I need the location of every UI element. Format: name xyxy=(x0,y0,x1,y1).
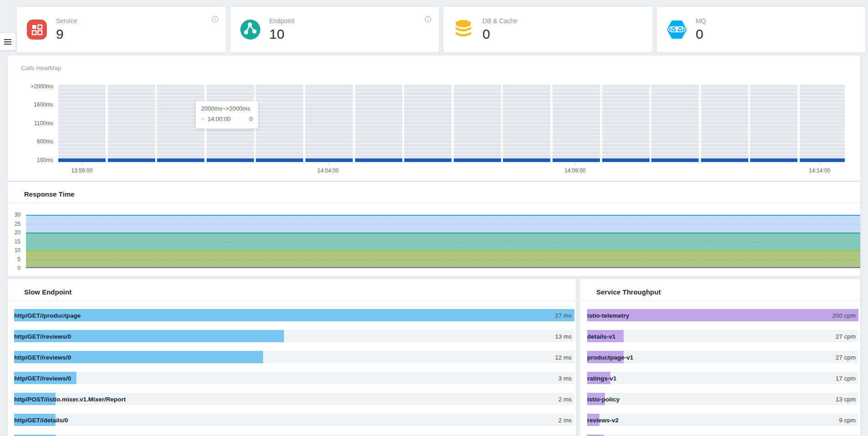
heatmap-row[interactable] xyxy=(58,147,845,151)
endpoint-row[interactable]: http/GET//reviews/0 13 ms xyxy=(14,330,574,342)
card-label: Endpoint xyxy=(269,17,294,25)
heatmap-row[interactable] xyxy=(58,132,845,136)
y-tick: 5 xyxy=(8,256,20,263)
service-row[interactable]: reviews-v2 9 cpm xyxy=(587,414,858,426)
response-y-axis: 30 25 20 15 10 5 0 xyxy=(8,215,23,268)
info-icon[interactable] xyxy=(425,16,431,23)
service-label: productpage-v1 xyxy=(587,354,633,360)
heatmap-row[interactable] xyxy=(58,118,845,121)
response-time-chart[interactable] xyxy=(26,215,860,268)
service-label: istio-policy xyxy=(587,395,619,402)
service-label: reviews-v2 xyxy=(587,416,619,423)
y-tick: 15 xyxy=(8,238,20,245)
y-tick: 100ms xyxy=(8,157,53,164)
y-tick: 600ms xyxy=(8,138,53,145)
card-endpoint: Endpoint 10 xyxy=(230,7,439,52)
heatmap-tooltip: 2000ms~>2000ms 14:00:00 0 xyxy=(196,101,258,128)
tooltip-time: 14:00:00 xyxy=(208,116,231,122)
y-tick: 1600ms xyxy=(8,101,53,108)
service-label: istio-telemetry xyxy=(587,312,629,319)
service-throughput-list: istio-telemetry 200 cpm details-v1 27 cp… xyxy=(587,309,858,436)
card-label: DB & Cache xyxy=(482,17,518,25)
response-time-panel: Response Time 30 25 20 15 10 5 0 xyxy=(8,182,860,276)
heatmap-row[interactable] xyxy=(58,122,845,125)
endpoint-label: http/GET//productpage xyxy=(14,312,81,319)
heatmap-grid[interactable] xyxy=(58,85,845,162)
y-tick: 30 xyxy=(8,212,20,218)
endpoint-row[interactable]: http/POST//istio.mixer.v1.Mixer/Report 2… xyxy=(14,393,574,405)
y-tick: 20 xyxy=(8,229,20,236)
x-tick: 14:14:00 xyxy=(809,167,830,174)
endpoint-nodes-icon xyxy=(239,20,261,40)
service-row[interactable]: ratings-v1 17 cpm xyxy=(587,372,858,384)
card-label: Service xyxy=(56,17,77,25)
heatmap-row[interactable] xyxy=(58,103,845,106)
service-value: 9 cpm xyxy=(839,416,856,423)
heatmap-row[interactable] xyxy=(58,140,845,143)
endpoint-row[interactable]: http/GET//productpage 27 ms xyxy=(14,309,574,321)
heatmap-row[interactable] xyxy=(58,155,845,158)
heatmap-row[interactable] xyxy=(58,151,845,154)
heatmap-row[interactable] xyxy=(58,111,845,114)
heatmap-x-ticks xyxy=(58,163,845,166)
heatmap-row[interactable] xyxy=(58,99,845,102)
menu-toggle-button[interactable] xyxy=(0,33,15,50)
divider xyxy=(8,203,860,203)
x-tick: 13:59:00 xyxy=(71,167,92,174)
baseline-purple xyxy=(26,267,860,268)
bar-fill xyxy=(14,309,574,321)
card-value: 9 xyxy=(56,26,77,42)
heatmap-row[interactable] xyxy=(58,125,845,128)
hamburger-icon xyxy=(4,39,11,40)
endpoint-row[interactable]: http/GET//reviews/0 12 ms xyxy=(14,351,574,363)
service-value: 27 cpm xyxy=(836,354,856,360)
endpoint-row[interactable]: http/GET//reviews/0 3 ms xyxy=(14,372,574,384)
divider xyxy=(580,301,860,301)
y-tick: 1100ms xyxy=(8,120,53,127)
service-label: details-v1 xyxy=(587,333,615,340)
heatmap-row[interactable] xyxy=(58,107,845,110)
database-icon xyxy=(452,20,474,40)
service-value: 200 cpm xyxy=(832,312,856,319)
endpoint-row[interactable]: http/GET//details/0 2 ms xyxy=(14,414,574,426)
heatmap-row[interactable] xyxy=(58,85,845,88)
heatmap-row[interactable] xyxy=(58,136,845,139)
slow-endpoint-list: http/GET//productpage 27 ms http/GET//re… xyxy=(14,309,574,436)
service-label: ratings-v1 xyxy=(587,375,617,381)
endpoint-value: 2 ms xyxy=(558,416,572,423)
service-value: 27 cpm xyxy=(836,333,856,340)
y-tick: 10 xyxy=(8,247,20,253)
card-value: 0 xyxy=(696,26,706,42)
heatmap-x-axis: 13:59:00 14:04:00 14:09:00 14:14:00 xyxy=(58,167,845,175)
endpoint-value: 13 ms xyxy=(555,333,572,340)
heatmap-row-active[interactable] xyxy=(58,158,845,162)
endpoint-label: http/POST//istio.mixer.v1.Mixer/Report xyxy=(14,395,126,402)
endpoint-value: 12 ms xyxy=(555,354,572,360)
apm-dashboard: { "stat_cards": [ { "label": "Service", … xyxy=(0,0,868,436)
x-tick: 14:09:00 xyxy=(564,167,586,174)
service-row[interactable]: istio-policy 13 cpm xyxy=(587,393,858,405)
calls-heatmap-panel: Calls HeatMap >2000ms 1600ms 1100ms 600m… xyxy=(8,56,860,181)
heatmap-row[interactable] xyxy=(58,114,845,117)
info-icon[interactable] xyxy=(212,16,218,23)
heatmap-row[interactable] xyxy=(58,92,845,95)
tooltip-bucket-range: 2000ms~>2000ms xyxy=(201,105,253,112)
service-throughput-panel: Service Throughput istio-telemetry 200 c… xyxy=(580,279,860,436)
gridline-25 xyxy=(26,224,860,224)
gridline-5 xyxy=(26,259,860,260)
card-value: 10 xyxy=(269,26,294,42)
card-label: MQ xyxy=(696,17,706,25)
stat-cards-row: Service 9 Endpoint 10 xyxy=(17,7,865,52)
heatmap-row[interactable] xyxy=(58,96,845,99)
endpoint-value: 27 ms xyxy=(555,312,572,319)
service-row[interactable]: productpage-v1 27 cpm xyxy=(587,351,858,363)
service-row[interactable]: istio-telemetry 200 cpm xyxy=(587,309,858,321)
heatmap-row[interactable] xyxy=(58,129,845,132)
x-tick: 14:04:00 xyxy=(317,167,339,174)
heatmap-y-axis: >2000ms 1600ms 1100ms 600ms 100ms xyxy=(8,56,53,181)
heatmap-row[interactable] xyxy=(58,88,845,91)
endpoint-label: http/GET//reviews/0 xyxy=(14,375,71,381)
divider xyxy=(8,301,576,301)
service-row[interactable]: details-v1 27 cpm xyxy=(587,330,858,342)
heatmap-row[interactable] xyxy=(58,144,845,147)
